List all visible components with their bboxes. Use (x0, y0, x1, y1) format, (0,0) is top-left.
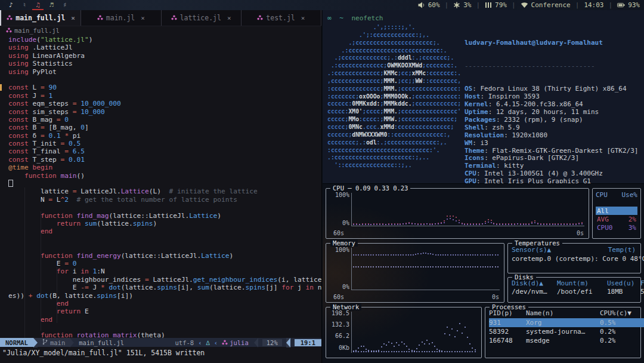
process-column-header[interactable]: CPU%(c)▼ (600, 309, 644, 318)
status-item-volume[interactable]: 60% (418, 1, 440, 9)
code-token: using (8, 44, 29, 51)
graph-dot (555, 224, 556, 225)
graph-dot (426, 340, 428, 341)
sensor-column-header[interactable]: Sensor(s)▲ (512, 246, 551, 254)
tab-lattice.jl[interactable]: lattice.jl× (162, 10, 242, 26)
process-row-cell[interactable]: 931 (489, 318, 526, 327)
close-icon[interactable]: × (141, 14, 145, 22)
fedora-ascii-logo: .',;::::;,'. .';:cccccccccccc:;,. .;cccc… (327, 24, 465, 184)
powerline-arrow (70, 338, 74, 347)
workspace-button-2[interactable]: ♮ (18, 0, 32, 10)
memory-usage-graph (351, 248, 500, 290)
cpu-legend-row-avg[interactable]: AVG2% (596, 215, 637, 223)
graph-dot (406, 351, 407, 352)
workspace-button-3[interactable]: ♫ (31, 0, 45, 10)
free-column-header[interactable]: Free(n) (640, 279, 644, 287)
graph-dot (447, 216, 448, 217)
workspace-button-1[interactable]: ♪ (4, 0, 18, 10)
cpu-legend-row-cpu0[interactable]: CPU03% (596, 223, 637, 232)
graph-dot (432, 254, 434, 255)
process-row-cell[interactable]: Xorg (526, 318, 600, 327)
status-item-battery[interactable]: 93% (617, 1, 640, 9)
close-icon[interactable]: × (301, 14, 305, 22)
graph-dot (578, 223, 580, 224)
system-monitor-window[interactable]: CPU ─ 0.09 0.33 0.23 100% 0% 60s 0s CPU … (323, 184, 644, 363)
ascii-line: ,cccccccccccccc;MMM.;cc;;WW::cccccccc, (327, 78, 465, 85)
graph-dot (479, 224, 480, 225)
code-token: (lattice. (209, 284, 246, 291)
graph-dot (378, 266, 379, 267)
workspace-button-5[interactable]: ♯ (58, 0, 72, 10)
graph-dot (447, 351, 448, 352)
code-token: ) (89, 36, 93, 44)
julia-icon (171, 14, 177, 22)
info-label: WM (465, 139, 472, 147)
used-column-header[interactable]: Used(u) (607, 279, 640, 287)
close-icon[interactable]: × (227, 14, 231, 22)
info-label: Theme (465, 147, 484, 155)
status-item-clock[interactable]: 14:03 (584, 1, 603, 9)
cpu-legend-panel: CPU Use% AllAVG2%CPU03% (592, 188, 641, 239)
process-row-cell[interactable]: 0.2% (600, 336, 644, 345)
code-token: L (29, 84, 41, 91)
graph-dot (495, 266, 496, 267)
status-item-load[interactable]: 3% (453, 1, 471, 9)
code-area[interactable]: include("lattice.jl")using .LatticeJlusi… (0, 35, 321, 338)
tab-label: lattice.jl (180, 14, 221, 22)
tab-label: main.jl (106, 14, 135, 22)
process-row-cell[interactable]: 0.5% (600, 318, 644, 327)
graph-dot (425, 253, 426, 254)
temp-column-header[interactable]: Temp(t) (608, 246, 636, 254)
code-token: -= (80, 284, 88, 291)
tab-main_full.jl[interactable]: main_full.jl× (0, 10, 81, 26)
info-label: GPU (465, 177, 476, 184)
mount-column-header[interactable]: Mount(m) (557, 279, 607, 287)
code-token: pi (69, 132, 80, 140)
process-column-header[interactable]: PID(p) (489, 309, 526, 318)
status-separator: | (445, 1, 449, 9)
powerline-arrow (33, 338, 38, 347)
graph-dot (391, 224, 392, 225)
code-token: E (80, 307, 88, 315)
process-row-cell[interactable]: 0.2% (600, 327, 644, 336)
graph-dot (525, 224, 527, 225)
terminal-window[interactable]: ∞ ~ neofetch .',;::::;,'. .';:cccccccccc… (323, 10, 644, 184)
julia-icon (6, 27, 12, 34)
code-token: sim_steps (29, 108, 73, 116)
status-item-wifi[interactable]: Conference (521, 1, 571, 9)
code-line: const J = 1 (8, 92, 321, 100)
code-token: Lattice (201, 252, 229, 260)
code-token: J (89, 284, 101, 291)
tab-test.jl[interactable]: test.jl× (242, 10, 321, 26)
graph-dot (395, 266, 397, 267)
sensor-temp: 48°C (630, 255, 644, 263)
graph-dot (402, 254, 404, 256)
code-token: return (57, 220, 80, 227)
neofetch-info-lines: OS: Fedora Linux 38 (Thirty Eight) x86_6… (465, 85, 638, 184)
code-line: const B = [B_mag, 0] (8, 124, 321, 131)
graph-dot (388, 254, 389, 256)
graph-dot (505, 224, 506, 225)
graph-dot (428, 253, 429, 254)
cpu-legend-row-all[interactable]: All (596, 207, 637, 215)
process-row-cell[interactable]: 58392 (489, 327, 526, 336)
info-value: : 2332 (rpm), 9 (snap) (496, 116, 583, 124)
temperatures-panel-title: Temperatures (512, 239, 562, 247)
workspace-button-4[interactable]: ♬ (45, 0, 58, 10)
graph-dot (420, 224, 422, 225)
process-row-cell[interactable]: systemd-journa… (526, 327, 600, 336)
graph-dot (491, 222, 492, 223)
close-icon[interactable]: × (71, 14, 75, 22)
process-column-header[interactable]: Name(n) (526, 309, 600, 318)
info-value: : 12 days, 20 hours, 11 mins (488, 108, 599, 116)
process-row-cell[interactable]: 166748 (489, 336, 526, 345)
code-token: const (8, 124, 29, 131)
code-token (73, 252, 77, 260)
tab-main.jl[interactable]: main.jl× (81, 10, 161, 26)
cpu-legend-col2: Use% (622, 191, 638, 199)
process-row-cell[interactable]: msedge (526, 336, 600, 345)
code-token: ) (230, 252, 234, 260)
graph-dot (353, 266, 354, 267)
status-item-memory[interactable]: 79% (485, 1, 507, 9)
graph-dot (380, 254, 382, 256)
